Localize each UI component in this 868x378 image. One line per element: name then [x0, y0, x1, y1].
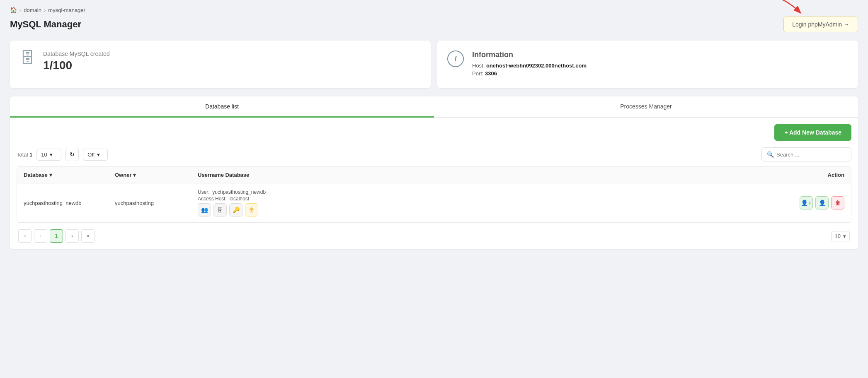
- page-title: MySQL Manager: [10, 19, 81, 30]
- td-owner: yuchpasthosting: [115, 200, 198, 206]
- th-username-db: Username Database: [198, 172, 720, 178]
- breadcrumb-sep-2: ›: [44, 7, 46, 13]
- user-info-access-host: Access Host: localhost: [198, 196, 720, 202]
- td-database-name: yuchpasthosting_newdb: [24, 200, 115, 206]
- add-user-button[interactable]: 👤+: [800, 196, 813, 209]
- tab-content: + Add New Database Total 1 10 ▾ ↻: [10, 118, 858, 249]
- total-label: Total 1: [17, 152, 32, 158]
- table-row: yuchpasthosting_newdb yuchpasthosting Us…: [17, 183, 851, 222]
- pagination-left: « ‹ 1 › »: [18, 229, 95, 243]
- db-button[interactable]: 🗄: [213, 203, 227, 217]
- key-icon: 🔑: [233, 207, 240, 213]
- th-action: Action: [720, 172, 844, 178]
- th-owner[interactable]: Owner ▾: [115, 172, 198, 178]
- tabs-section: Database list Processes Manager + Add Ne…: [10, 96, 858, 249]
- per-page-select[interactable]: 10 ▾: [36, 149, 61, 161]
- chevron-down-icon-5: ▾: [843, 233, 846, 239]
- breadcrumb-domain[interactable]: domain: [24, 7, 41, 13]
- pagination: « ‹ 1 › » 10 ▾: [17, 229, 851, 243]
- delete-db-button-inline[interactable]: 🗑: [245, 203, 258, 217]
- home-icon[interactable]: 🏠: [10, 7, 17, 13]
- info-host-row: Host: onehost-webhn092302.000nethost.com: [472, 63, 587, 69]
- database-icon: 🗄: [20, 51, 35, 65]
- database-table: Database ▾ Owner ▾ Username Database Act…: [17, 166, 851, 223]
- td-user-info: User: yuchpasthosting_newdb Access Host:…: [198, 189, 720, 217]
- chevron-down-icon: ▾: [50, 152, 53, 158]
- breadcrumb-mysql-manager[interactable]: mysql-manager: [48, 7, 85, 13]
- stats-card-value: 1/100: [43, 59, 110, 72]
- first-page-button[interactable]: «: [18, 229, 32, 243]
- controls-row: Total 1 10 ▾ ↻ Off ▾ 🔍: [17, 147, 851, 161]
- per-page-bottom-select[interactable]: 10 ▾: [831, 231, 850, 241]
- tabs-header: Database list Processes Manager: [10, 96, 858, 118]
- users-icon: 👥: [201, 207, 208, 213]
- table-header: Database ▾ Owner ▾ Username Database Act…: [17, 167, 851, 183]
- add-new-database-button[interactable]: + Add New Database: [774, 124, 851, 141]
- refresh-icon: ↻: [70, 151, 75, 158]
- stats-card-label: Database MySQL created: [43, 51, 110, 57]
- chevron-down-icon-2: ▾: [97, 152, 100, 158]
- refresh-button[interactable]: ↻: [65, 148, 79, 161]
- last-page-button[interactable]: »: [81, 229, 95, 243]
- toolbar-row: + Add New Database: [17, 124, 851, 141]
- db-icon: 🗄: [217, 207, 223, 213]
- trash-icon-inline: 🗑: [249, 207, 255, 213]
- delete-button[interactable]: 🗑: [831, 196, 844, 209]
- info-card: i Information Host: onehost-webhn092302.…: [437, 41, 858, 88]
- edit-user-icon: 👤: [819, 200, 826, 206]
- search-icon: 🔍: [767, 151, 774, 158]
- info-port-row: Port: 3306: [472, 70, 587, 77]
- search-box: 🔍: [761, 147, 851, 161]
- controls-left: Total 1 10 ▾ ↻ Off ▾: [17, 148, 108, 161]
- chevron-down-icon-4: ▾: [133, 172, 136, 178]
- search-input[interactable]: [776, 152, 846, 158]
- db-stats-card: 🗄 Database MySQL created 1/100: [10, 41, 431, 88]
- next-page-button[interactable]: ›: [65, 229, 79, 243]
- breadcrumb-sep-1: ›: [19, 7, 21, 13]
- th-database[interactable]: Database ▾: [24, 172, 115, 178]
- td-actions: 👤+ 👤 🗑: [720, 196, 844, 209]
- breadcrumb: 🏠 › domain › mysql-manager: [10, 7, 858, 13]
- trash-icon: 🗑: [835, 200, 841, 206]
- add-user-icon: 👤+: [801, 200, 811, 206]
- page-1-button[interactable]: 1: [50, 229, 63, 243]
- tab-processes-manager[interactable]: Processes Manager: [434, 96, 858, 118]
- cards-row: 🗄 Database MySQL created 1/100 i Informa…: [10, 41, 858, 88]
- user-info-user: User: yuchpasthosting_newdb: [198, 189, 720, 195]
- edit-user-button[interactable]: 👤: [815, 196, 829, 209]
- info-icon: i: [447, 51, 464, 67]
- login-phpmyadmin-button[interactable]: Login phpMyAdmin →: [783, 17, 858, 32]
- chevron-down-icon-3: ▾: [49, 172, 52, 178]
- key-button[interactable]: 🔑: [229, 203, 242, 217]
- prev-page-button[interactable]: ‹: [34, 229, 47, 243]
- user-manage-button[interactable]: 👥: [198, 203, 211, 217]
- autorefresh-select[interactable]: Off ▾: [83, 149, 108, 161]
- tab-database-list[interactable]: Database list: [10, 96, 434, 118]
- info-title: Information: [472, 51, 587, 59]
